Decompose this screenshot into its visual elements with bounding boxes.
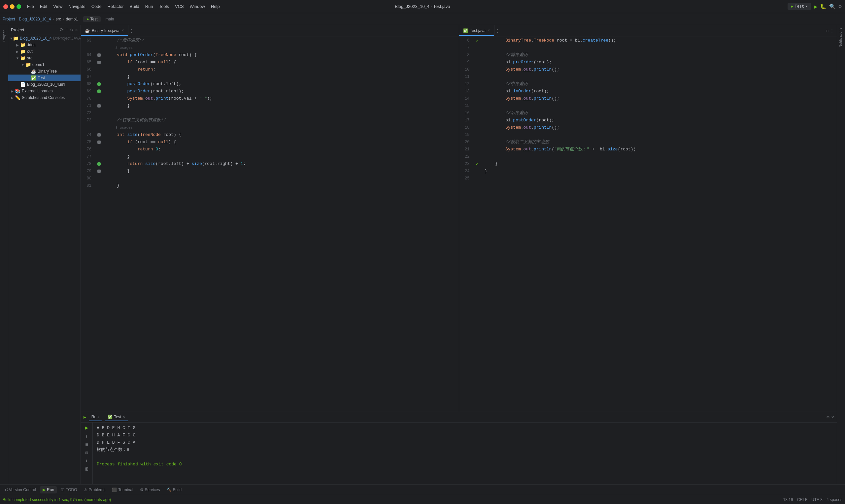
right-panel-icon[interactable]: ⊟	[826, 29, 828, 34]
run-config-name: Test	[794, 4, 804, 9]
charset[interactable]: UTF-8	[811, 498, 823, 502]
menu-tools[interactable]: Tools	[156, 3, 172, 10]
line-ending[interactable]: CRLF	[797, 498, 807, 502]
stop-icon[interactable]: ■	[85, 442, 88, 447]
project-label[interactable]: Project	[3, 17, 15, 21]
menu-vcs[interactable]: VCS	[172, 3, 187, 10]
tab-kebab-right[interactable]: ⋮	[494, 25, 501, 37]
bottom-content: ▶ ⬆ ■ ⊟ ⬇ 🗑 A B D E H C F G D B E H A F …	[81, 422, 837, 484]
tab-close-bottom-test[interactable]: ✕	[122, 415, 125, 418]
tree-item-idea[interactable]: ▶ 📁 .idea	[8, 41, 81, 48]
code-content-67: }	[104, 73, 459, 80]
tree-item-project[interactable]: ▼ 📁 Blog_J2023_10_4 D:\Project\JAVA\...	[8, 35, 81, 41]
run-again-icon[interactable]: ▶	[85, 425, 88, 431]
run-icon[interactable]: ▶	[814, 3, 817, 10]
right-code-line-12: 12 //中序遍历	[459, 80, 837, 88]
code-content-81: }	[104, 182, 459, 189]
tree-item-iml[interactable]: ▶ 📄 Blog_J2023_10_4.iml	[8, 81, 81, 88]
right-panel-kebab[interactable]: ⋮	[830, 29, 834, 34]
tab-close-testjava[interactable]: ✕	[488, 29, 490, 32]
side-tab-project[interactable]: Project	[1, 28, 7, 44]
menu-run[interactable]: Run	[143, 3, 156, 10]
traffic-lights	[3, 4, 21, 9]
step-over-icon[interactable]: ⬆	[85, 434, 88, 439]
notifications-label[interactable]: Notifications	[837, 25, 844, 50]
menu-code[interactable]: Code	[89, 3, 104, 10]
sidebar-header: Project ⟳ ⊟ ⚙ ✕	[8, 25, 81, 35]
search-icon[interactable]: 🔍	[829, 3, 836, 10]
minimize-button[interactable]	[10, 4, 15, 9]
tree-item-out[interactable]: ▶ 📁 out	[8, 48, 81, 55]
gear-icon[interactable]: ⚙	[70, 27, 73, 33]
close-output-icon[interactable]: ⊟	[85, 450, 88, 455]
run-tab-icon: ▶	[84, 415, 86, 420]
bottom-tool-services[interactable]: ⚙ Services	[137, 486, 163, 493]
menu-build[interactable]: Build	[127, 3, 142, 10]
settings-icon[interactable]: ⚙	[839, 3, 842, 10]
code-content-66: return;	[104, 66, 459, 73]
gutter-64	[94, 53, 104, 57]
right-code-line-11: 11	[459, 73, 837, 80]
maximize-button[interactable]	[17, 4, 21, 9]
code-content-68: postOrder(root.left);	[104, 80, 459, 88]
code-line-78: 78 return size(root.left) + size(root.ri…	[81, 160, 459, 167]
tree-item-src[interactable]: ▼ 📁 src	[8, 55, 81, 61]
code-line-63: 63 /*后序遍历*/	[81, 37, 459, 44]
menu-navigate[interactable]: Navigate	[66, 3, 88, 10]
services-icon: ⚙	[140, 487, 144, 492]
build-status[interactable]: Build completed successfully in 1 sec, 9…	[3, 498, 111, 502]
bottom-tab-test-active[interactable]: ✅ Test ✕	[105, 413, 128, 421]
right-code-content-18: System.out.println();	[482, 124, 837, 131]
tab-kebab-left[interactable]: ⋮	[128, 25, 135, 37]
scroll-end-icon[interactable]: ⬇	[85, 458, 88, 464]
bottom-tool-git[interactable]: ⑆ Version Control	[3, 486, 39, 493]
tree-item-scratches[interactable]: ▶ ✏️ Scratches and Consoles	[8, 94, 81, 101]
tree-item-binarytree[interactable]: ▶ ☕ BinaryTree	[8, 68, 81, 74]
tree-item-ext-libs[interactable]: ▶ 📚 External Libraries	[8, 88, 81, 94]
bottom-tool-build[interactable]: 🔨 Build	[164, 486, 184, 493]
tree-label-test: Test	[38, 75, 45, 80]
right-editor-tabs: ✅ Test.java ✕ ⋮ ⊟ ⋮	[459, 25, 837, 37]
menu-edit[interactable]: Edit	[37, 3, 50, 10]
left-code-editor[interactable]: 63 /*后序遍历*/ 3 usages 64	[81, 37, 459, 412]
bottom-tool-problems[interactable]: ⚠ Problems	[81, 486, 108, 493]
tree-item-test[interactable]: ▶ ✅ Test	[8, 74, 81, 81]
trash-icon[interactable]: 🗑	[85, 466, 89, 472]
collapse-icon-bottom[interactable]: ✕	[831, 414, 834, 420]
menu-refactor[interactable]: Refactor	[105, 3, 126, 10]
usage-text-74: 3 usages	[104, 124, 459, 131]
debug-icon[interactable]: 🐛	[820, 3, 827, 10]
tab-binarytree[interactable]: ☕ BinaryTree.java ✕	[81, 25, 128, 37]
run-config-icon: ▶	[791, 4, 793, 9]
menu-view[interactable]: View	[51, 3, 65, 10]
settings-icon-bottom[interactable]: ⚙	[827, 414, 829, 420]
breadcrumb-project[interactable]: Blog_J2023_10_4	[19, 17, 51, 21]
bottom-tool-terminal[interactable]: ⬛ Terminal	[109, 486, 136, 493]
bottom-tab-run[interactable]: Run:	[89, 413, 102, 421]
collapse-all-icon[interactable]: ⊟	[66, 27, 68, 33]
menu-window[interactable]: Window	[187, 3, 208, 10]
menu-file[interactable]: File	[24, 3, 37, 10]
breadcrumb-tab-test[interactable]: ● Test	[83, 16, 101, 22]
gutter-69	[94, 89, 104, 93]
breadcrumb-tab-main[interactable]: main	[102, 16, 117, 22]
tree-item-demo1[interactable]: ▼ 📁 demo1	[8, 61, 81, 68]
run-config[interactable]: ▶ Test ▾	[788, 3, 811, 10]
cursor-position[interactable]: 18:19	[783, 498, 793, 502]
right-code-editor[interactable]: 6 ✓ BinaryTree.TreeNode root = b1.create…	[459, 37, 837, 412]
code-line-71: 71 }	[81, 102, 459, 109]
close-sidebar-icon[interactable]: ✕	[75, 27, 78, 33]
code-line-64: 64 void postOrder(TreeNode root) {	[81, 52, 459, 59]
breadcrumb-demo1[interactable]: demo1	[66, 17, 78, 21]
close-button[interactable]	[3, 4, 8, 9]
sync-icon[interactable]: ⟳	[60, 27, 64, 33]
bottom-tool-run[interactable]: ▶ Run	[40, 486, 57, 493]
menu-help[interactable]: Help	[208, 3, 223, 10]
folder-icon: 📁	[20, 49, 26, 54]
folder-icon: 📁	[20, 55, 26, 61]
gutter-75	[94, 141, 104, 144]
breadcrumb-src[interactable]: src	[56, 17, 61, 21]
tab-close-binarytree[interactable]: ✕	[122, 29, 124, 32]
tab-testjava[interactable]: ✅ Test.java ✕	[459, 25, 494, 37]
bottom-tool-todo[interactable]: ☑ TODO	[58, 486, 80, 493]
